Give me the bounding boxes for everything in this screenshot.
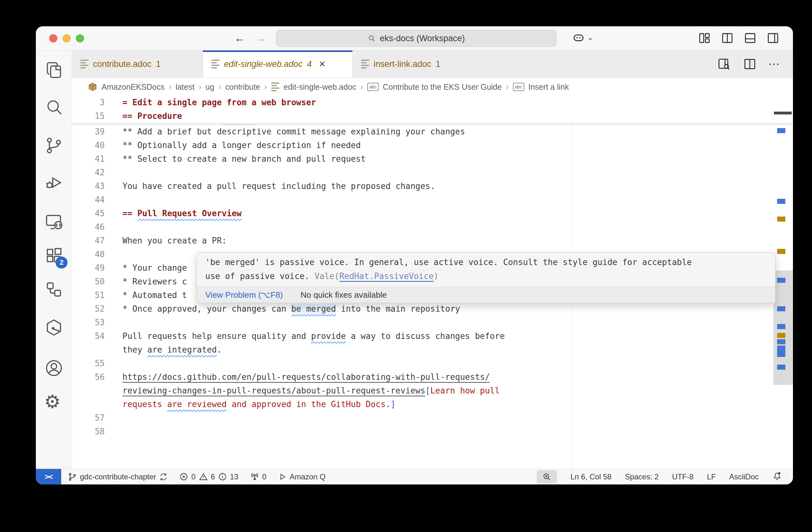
code-line-54[interactable]: 54Pull requests help ensure quality and … [72,329,771,343]
sidebar-item-extensions[interactable]: 2 [44,246,64,265]
sidebar-item-source-control[interactable] [44,136,64,156]
toggle-panel-icon[interactable] [743,31,757,45]
problem-rule-link[interactable]: RedHat.PassiveVoice [339,271,434,282]
close-window-button[interactable] [49,34,57,43]
ports-status[interactable]: 0 [250,472,266,482]
code-line-52[interactable]: 52* Once approved, your changes can be m… [72,302,771,316]
sticky-line-15[interactable]: 15== Procedure [72,109,793,123]
sidebar-item-accounts[interactable] [44,358,64,378]
breadcrumb-item[interactable]: AmazonEKSDocs [102,83,165,92]
breadcrumb-item[interactable]: Contribute to the EKS User Guide [383,83,502,92]
line-number: 41 [72,152,105,166]
sticky-scroll: 3= Edit a single page from a web browser… [72,96,793,123]
breadcrumb-item[interactable]: ug [205,83,214,92]
breadcrumb-separator: › [506,82,509,92]
code-line-53[interactable]: 53 [72,316,771,329]
title-bar: ← → eks-docs (Workspace) ⌄ [36,26,793,50]
code-line-45[interactable]: 45== Pull Request Overview [72,207,771,220]
maximize-window-button[interactable] [76,34,84,43]
sidebar-item-run-debug[interactable] [44,173,64,192]
source-control-icon [44,136,64,156]
line-number: 55 [72,357,105,370]
code-line-39[interactable]: 39** Add a brief but descriptive commit … [72,125,771,138]
view-problem-link[interactable]: View Problem (⌥F8) [205,290,283,300]
zoom-status-button[interactable] [537,470,557,484]
amazon-q-status[interactable]: Amazon Q [278,472,325,481]
sticky-line-3[interactable]: 3= Edit a single page from a web browser [72,96,793,109]
problem-message-line1: 'be merged' is passive voice. In general… [205,257,692,267]
indentation-setting[interactable]: Spaces: 2 [625,472,659,481]
code-line-47[interactable]: 47When you create a PR: [72,234,771,248]
code-line-46[interactable]: 46 [72,220,771,234]
command-center-search[interactable]: eks-docs (Workspace) [276,30,557,47]
tab-bar: contribute.adoc1edit-single-web.adoc4✕in… [72,50,793,78]
history-back-icon[interactable]: ← [232,31,247,45]
toggle-secondary-sidebar-icon[interactable] [766,31,780,45]
code-line-58[interactable]: 58 [72,425,771,439]
code-line-wrap[interactable]: they are integrated. [72,343,771,357]
code-line-57[interactable]: 57 [72,411,771,425]
breadcrumb-item[interactable]: edit-single-web.adoc [284,83,356,92]
language-mode[interactable]: AsciiDoc [729,472,759,481]
split-editor-icon[interactable] [743,57,757,71]
history-forward-icon[interactable]: → [253,31,268,45]
notifications-bell[interactable] [772,471,782,483]
line-text: * Once approved, your changes can be mer… [122,302,460,316]
copilot-icon [572,31,585,44]
tab-insert-link.adoc[interactable]: insert-link.adoc1 [353,50,494,78]
line-number: 58 [72,425,105,439]
open-preview-icon[interactable] [717,57,731,71]
breadcrumb-item[interactable]: Insert a link [528,83,569,92]
adoc-file-icon [80,60,88,69]
code-line-wrap[interactable]: reviewing-changes-in-pull-requests/about… [72,384,771,398]
sidebar-item-search[interactable] [44,97,64,117]
cursor-position[interactable]: Ln 6, Col 58 [570,472,611,481]
sidebar-item-connected-blocks[interactable] [44,280,64,299]
code-line-wrap[interactable]: requests are reviewed and approved in th… [72,398,771,411]
git-branch-status[interactable]: gdc-contribute-chapter [68,472,168,482]
tab-edit-single-web.adoc[interactable]: edit-single-web.adoc4✕ [203,50,353,78]
sidebar-item-explorer[interactable] [44,60,64,80]
zoom-in-icon [542,472,552,482]
customize-layout-icon[interactable] [698,31,711,45]
activity-bar: 2⚙ [36,50,72,469]
layout-controls [698,31,780,45]
play-icon [278,472,287,481]
line-number: 50 [72,275,105,289]
problem-source-suffix: ) [434,271,439,281]
info-marker [777,306,785,311]
sidebar-item-settings-gear[interactable]: ⚙ [44,392,64,412]
code-line-44[interactable]: 44 [72,193,771,207]
editor-pane[interactable]: 39** Add a brief but descriptive commit … [72,96,793,469]
error-icon [179,472,188,481]
extensions-badge: 2 [56,256,68,268]
eol-setting[interactable]: LF [707,472,716,481]
problems-status[interactable]: 0 6 13 [179,472,238,482]
warning-icon [199,472,208,482]
code-line-56[interactable]: 56https://docs.github.com/en/pull-reques… [72,370,771,384]
search-icon [44,97,64,117]
minimize-window-button[interactable] [62,34,71,43]
tab-contribute.adoc[interactable]: contribute.adoc1 [72,50,203,78]
code-line-42[interactable]: 42 [72,166,771,179]
adoc-file-icon [211,60,219,69]
breadcrumb-item[interactable]: contribute [225,83,260,92]
line-number: 47 [72,234,105,248]
sidebar-item-remote-explorer[interactable] [44,212,64,232]
more-actions-icon[interactable]: ⋯ [768,57,781,71]
copilot-menu[interactable]: ⌄ [572,31,593,44]
toggle-primary-sidebar-icon[interactable] [721,31,734,45]
remote-indicator[interactable]: >< [36,469,61,485]
breadcrumb-item[interactable]: latest [175,83,194,92]
line-text: * Automated t [122,289,187,302]
code-line-55[interactable]: 55 [72,357,771,370]
close-icon[interactable]: ✕ [319,59,326,69]
encoding-setting[interactable]: UTF-8 [672,472,694,481]
adoc-file-icon [361,60,369,69]
code-line-43[interactable]: 43You have created a pull request includ… [72,179,771,193]
tab-label: contribute.adoc [93,59,151,69]
code-line-40[interactable]: 40** Optionally add a longer description… [72,138,771,152]
sidebar-item-amazon-q-hexagon[interactable] [44,318,64,337]
tab-label: edit-single-web.adoc [224,59,303,69]
code-line-41[interactable]: 41** Select to create a new branch and p… [72,152,771,166]
